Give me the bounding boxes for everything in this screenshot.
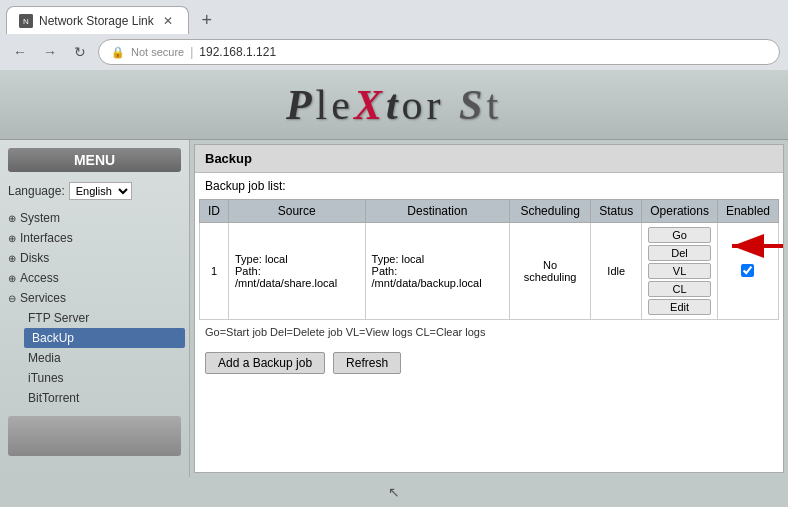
media-label: Media [28, 351, 61, 365]
tab-favicon: N [19, 14, 33, 28]
row-scheduling: No scheduling [510, 223, 591, 320]
row-status: Idle [591, 223, 642, 320]
logo: PleXtor St [286, 81, 502, 129]
address-text: 192.168.1.121 [199, 45, 276, 59]
col-destination: Destination [365, 200, 510, 223]
sidebar-subitems: FTP Server BackUp Media iTunes BitTorren… [0, 308, 189, 408]
sidebar-item-access[interactable]: ⊕ Access [0, 268, 189, 288]
sidebar-label-interfaces: Interfaces [20, 231, 73, 245]
address-bar: ← → ↻ 🔒 Not secure | 192.168.1.121 [0, 34, 788, 70]
cursor-area: ↖ [0, 477, 788, 507]
lock-icon: 🔒 [111, 46, 125, 59]
enabled-checkbox[interactable] [741, 264, 754, 277]
back-button[interactable]: ← [8, 40, 32, 64]
address-input[interactable]: 🔒 Not secure | 192.168.1.121 [98, 39, 780, 65]
col-status: Status [591, 200, 642, 223]
row-operations: Go Del VL CL Edit [642, 223, 718, 320]
table-row: 1 Type: localPath: /mnt/data/share.local… [200, 223, 779, 320]
sidebar-label-access: Access [20, 271, 59, 285]
not-secure-label: Not secure [131, 46, 184, 58]
tab-bar: N Network Storage Link ✕ + [0, 0, 788, 34]
col-id: ID [200, 200, 229, 223]
sidebar-item-disks[interactable]: ⊕ Disks [0, 248, 189, 268]
sidebar-label-disks: Disks [20, 251, 49, 265]
sidebar-bottom-decoration [8, 416, 181, 456]
page: PleXtor St MENU Language: English ⊕ Syst… [0, 70, 788, 507]
language-row: Language: English [0, 180, 189, 208]
row-source: Type: localPath: /mnt/data/share.local [229, 223, 366, 320]
ftp-label: FTP Server [28, 311, 89, 325]
address-separator: | [190, 45, 193, 59]
sidebar-label-system: System [20, 211, 60, 225]
sidebar-item-services[interactable]: ⊖ Services [0, 288, 189, 308]
expand-icon-interfaces: ⊕ [8, 233, 16, 244]
svg-text:N: N [23, 17, 29, 26]
go-button[interactable]: Go [648, 227, 711, 243]
del-button[interactable]: Del [648, 245, 711, 261]
cl-button[interactable]: CL [648, 281, 711, 297]
logo-pre: Ple [286, 82, 354, 128]
logo-x: X [354, 82, 386, 128]
col-operations: Operations [642, 200, 718, 223]
sidebar-item-itunes[interactable]: iTunes [20, 368, 189, 388]
sidebar-item-backup[interactable]: BackUp [24, 328, 185, 348]
action-row: Add a Backup job Refresh [195, 344, 783, 382]
row-destination: Type: localPath: /mnt/data/backup.local [365, 223, 510, 320]
menu-header: MENU [8, 148, 181, 172]
content-title: Backup [195, 145, 783, 173]
new-tab-button[interactable]: + [193, 6, 221, 34]
edit-button[interactable]: Edit [648, 299, 711, 315]
ops-buttons: Go Del VL CL Edit [648, 227, 711, 315]
vl-button[interactable]: VL [648, 263, 711, 279]
tab-close-button[interactable]: ✕ [160, 13, 176, 29]
sidebar: MENU Language: English ⊕ System ⊕ Interf… [0, 140, 190, 477]
active-tab[interactable]: N Network Storage Link ✕ [6, 6, 189, 34]
row-id: 1 [200, 223, 229, 320]
backup-table: ID Source Destination Scheduling Status … [199, 199, 779, 320]
expand-icon-services: ⊖ [8, 293, 16, 304]
cursor: ↖ [388, 484, 400, 500]
expand-icon-system: ⊕ [8, 213, 16, 224]
col-enabled: Enabled [717, 200, 778, 223]
language-label: Language: [8, 184, 65, 198]
sidebar-item-bittorrent[interactable]: BitTorrent [20, 388, 189, 408]
forward-button[interactable]: → [38, 40, 62, 64]
sidebar-item-interfaces[interactable]: ⊕ Interfaces [0, 228, 189, 248]
tab-title: Network Storage Link [39, 14, 154, 28]
section-label: Backup job list: [195, 173, 783, 199]
bittorrent-label: BitTorrent [28, 391, 79, 405]
logo-st: St [459, 82, 502, 128]
expand-icon-access: ⊕ [8, 273, 16, 284]
sidebar-item-system[interactable]: ⊕ System [0, 208, 189, 228]
table-container: ID Source Destination Scheduling Status … [199, 199, 779, 320]
browser-chrome: N Network Storage Link ✕ + ← → ↻ 🔒 Not s… [0, 0, 788, 70]
add-backup-job-button[interactable]: Add a Backup job [205, 352, 325, 374]
sidebar-label-services: Services [20, 291, 66, 305]
red-arrow-annotation [722, 231, 784, 263]
col-source: Source [229, 200, 366, 223]
content-area: Backup Backup job list: ID Source Destin… [194, 144, 784, 473]
language-select[interactable]: English [69, 182, 132, 200]
sidebar-item-ftp[interactable]: FTP Server [20, 308, 189, 328]
legend-row: Go=Start job Del=Delete job VL=View logs… [195, 320, 783, 344]
refresh-button[interactable]: Refresh [333, 352, 401, 374]
main-content: MENU Language: English ⊕ System ⊕ Interf… [0, 140, 788, 477]
expand-icon-disks: ⊕ [8, 253, 16, 264]
refresh-button[interactable]: ↻ [68, 40, 92, 64]
logo-area: PleXtor St [0, 70, 788, 140]
logo-tor: tor [386, 82, 445, 128]
sidebar-item-media[interactable]: Media [20, 348, 189, 368]
backup-label: BackUp [32, 331, 74, 345]
col-scheduling: Scheduling [510, 200, 591, 223]
itunes-label: iTunes [28, 371, 64, 385]
